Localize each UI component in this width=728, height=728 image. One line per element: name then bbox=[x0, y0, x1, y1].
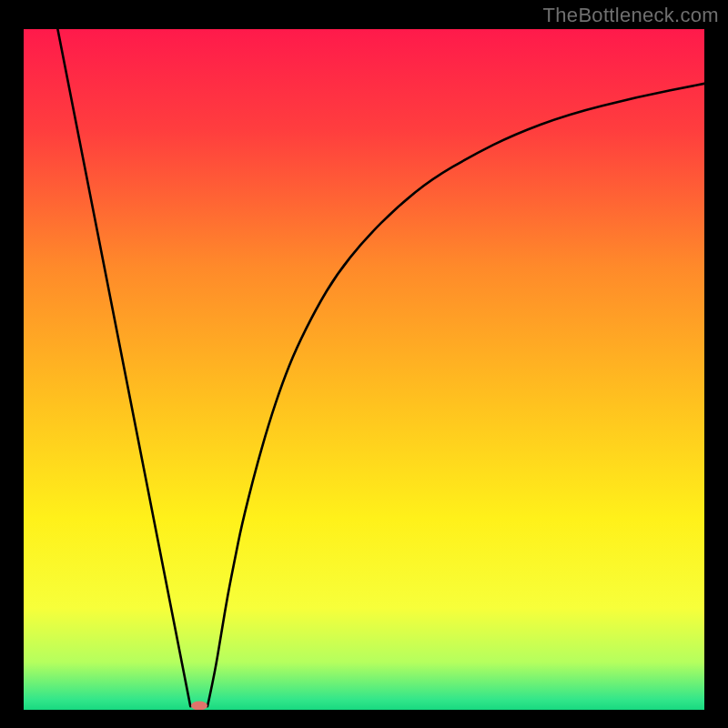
watermark-text: TheBottleneck.com bbox=[543, 4, 719, 27]
chart-frame bbox=[24, 29, 704, 710]
bottleneck-chart bbox=[24, 29, 704, 710]
chart-background bbox=[24, 29, 704, 710]
